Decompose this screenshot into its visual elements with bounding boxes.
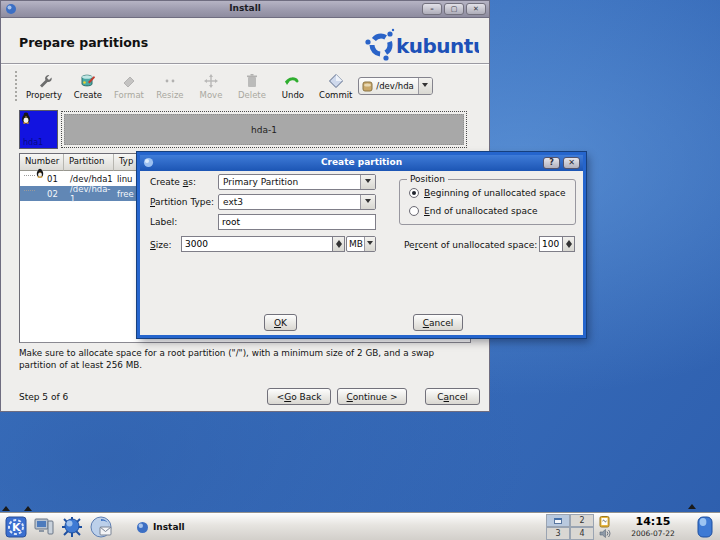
kontact-button[interactable] xyxy=(90,515,114,539)
radio-unselected-icon[interactable] xyxy=(409,206,419,216)
position-legend: Position xyxy=(407,174,448,184)
minimize-button[interactable]: – xyxy=(422,3,442,15)
konqueror-button[interactable] xyxy=(60,515,84,539)
size-unit-value: MB xyxy=(347,237,364,251)
desktop-pager: 2 3 4 xyxy=(546,514,594,540)
toolbar-format-button[interactable]: Format xyxy=(114,72,144,100)
panel-arrow-icon[interactable] xyxy=(24,502,32,511)
page-title: Prepare partitions xyxy=(19,35,148,50)
partition-type-label: Partition Type: xyxy=(150,197,214,207)
svg-text:kubuntu: kubuntu xyxy=(396,34,479,58)
position-groupbox: Position Beginning of unallocated space … xyxy=(399,179,576,225)
partition-swatch-hda1[interactable]: hda1 xyxy=(19,110,58,149)
tux-icon xyxy=(36,168,44,178)
taskbar: K Install 2 3 4 xyxy=(0,512,720,540)
mini-window-icon xyxy=(554,518,562,524)
toolbar-property-button[interactable]: Property xyxy=(26,72,62,100)
spin-down-icon[interactable] xyxy=(333,244,344,251)
task-label: Install xyxy=(153,522,185,532)
toolbar-drag-handle[interactable] xyxy=(15,71,18,101)
radio-end[interactable]: End of unallocated space xyxy=(409,206,537,216)
taskbar-task-install[interactable]: Install xyxy=(130,516,191,538)
create-as-combo[interactable]: Primary Partition xyxy=(218,174,376,190)
blue-device-icon xyxy=(694,515,716,539)
tree-line xyxy=(24,175,35,176)
dialog-close-button[interactable]: ✕ xyxy=(563,157,580,169)
toolbar-commit-button[interactable]: Commit xyxy=(319,72,352,100)
percent-label: Percent of unallocated space: xyxy=(404,240,537,250)
radio-beginning[interactable]: Beginning of unallocated space xyxy=(409,188,566,198)
toolbar-move-button[interactable]: Move xyxy=(196,72,226,100)
toolbar-resize-button[interactable]: Resize xyxy=(155,72,185,100)
commit-diamond-icon xyxy=(328,72,344,89)
pager-desktop-4[interactable]: 4 xyxy=(570,527,594,540)
clock[interactable]: 14:15 2006-07-22 xyxy=(622,515,684,538)
panel-arrow-icon[interactable] xyxy=(688,500,696,509)
undo-icon xyxy=(284,72,301,89)
globe-gear-icon xyxy=(60,516,84,538)
partition-type-combo[interactable]: ext3 xyxy=(218,194,376,210)
close-button[interactable]: ✕ xyxy=(466,3,486,15)
partition-type-value: ext3 xyxy=(219,195,360,209)
create-as-value: Primary Partition xyxy=(219,175,360,189)
pager-desktop-1[interactable] xyxy=(546,514,570,527)
size-unit-combo[interactable]: MB xyxy=(346,236,376,252)
kmenu-button[interactable]: K xyxy=(4,515,28,539)
label-input[interactable] xyxy=(218,214,376,230)
dialog-titlebar[interactable]: Create partition ? ✕ xyxy=(140,155,583,171)
resize-icon xyxy=(162,72,178,89)
continue-button[interactable]: Continue > xyxy=(337,388,407,405)
size-input[interactable] xyxy=(181,236,333,252)
install-titlebar[interactable]: Install – ▢ ✕ xyxy=(1,1,489,18)
note-text: Make sure to allocate space for a root p… xyxy=(19,347,471,372)
create-as-label: Create as: xyxy=(150,177,196,187)
trash-icon xyxy=(245,72,259,89)
device-applet-button[interactable] xyxy=(693,515,717,539)
percent-spinner[interactable] xyxy=(563,236,575,252)
spin-up-icon[interactable] xyxy=(333,237,344,244)
radio-selected-icon[interactable] xyxy=(409,188,419,198)
install-task-icon xyxy=(136,521,149,534)
toolbar-undo-button[interactable]: Undo xyxy=(278,72,308,100)
system-menu-button[interactable] xyxy=(32,515,56,539)
dialog-ok-button[interactable]: OK xyxy=(264,314,297,331)
combo-arrow-icon[interactable] xyxy=(360,175,375,189)
tree-line xyxy=(24,190,35,191)
device-selector-value: /dev/hda xyxy=(376,81,413,91)
combo-arrow-icon[interactable] xyxy=(364,237,375,251)
pager-desktop-2[interactable]: 2 xyxy=(570,514,594,527)
spin-down-icon[interactable] xyxy=(563,244,574,251)
row-number: 02 xyxy=(47,189,58,199)
dialog-help-button[interactable]: ? xyxy=(543,157,560,169)
computer-icon xyxy=(33,517,55,537)
disk-visual-selection: hda-1 xyxy=(61,111,467,148)
size-spinner[interactable] xyxy=(333,236,345,252)
device-selector-arrow[interactable] xyxy=(418,78,432,94)
create-partition-dialog: Create partition ? ✕ Create as: Primary … xyxy=(137,152,586,338)
clock-date: 2006-07-22 xyxy=(622,529,684,538)
kubuntu-logo: kubuntu xyxy=(365,27,479,61)
spin-up-icon[interactable] xyxy=(563,237,574,244)
create-icon xyxy=(79,72,96,89)
move-icon xyxy=(203,72,219,89)
free-space-bar[interactable]: hda-1 xyxy=(64,114,464,145)
partition-swatch-label: hda1 xyxy=(23,138,43,147)
size-label: Size: xyxy=(150,240,172,250)
combo-arrow-icon[interactable] xyxy=(360,195,375,209)
wizard-cancel-button[interactable]: Cancel xyxy=(425,388,480,405)
volume-tray-icon[interactable] xyxy=(598,527,611,540)
toolbar-create-button[interactable]: Create xyxy=(73,72,103,100)
toolbar: Property Create Format Resize xyxy=(1,66,489,106)
pager-desktop-3[interactable]: 3 xyxy=(546,527,570,540)
dialog-cancel-button[interactable]: Cancel xyxy=(413,314,463,331)
maximize-button[interactable]: ▢ xyxy=(444,3,464,15)
go-back-button[interactable]: < Go Back xyxy=(267,388,331,405)
device-selector[interactable]: /dev/hda xyxy=(358,77,432,95)
step-indicator: Step 5 of 6 xyxy=(19,392,68,402)
tux-icon xyxy=(21,112,31,124)
percent-input[interactable] xyxy=(539,236,563,252)
column-header-partition[interactable]: Partition xyxy=(64,154,114,171)
toolbar-delete-button[interactable]: Delete xyxy=(237,72,267,100)
panel-arrow-icon[interactable] xyxy=(2,502,10,511)
wrench-icon xyxy=(36,72,52,89)
